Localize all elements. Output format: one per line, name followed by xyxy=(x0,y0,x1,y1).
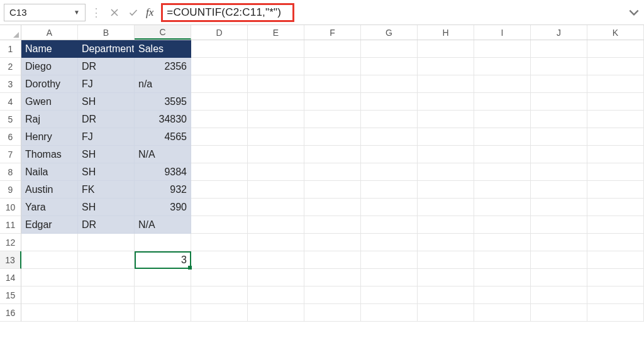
column-header-I[interactable]: I xyxy=(474,25,531,40)
row-header[interactable]: 14 xyxy=(0,269,21,286)
cell-C7[interactable]: N/A xyxy=(135,146,191,163)
cell[interactable] xyxy=(587,163,644,181)
row-header[interactable]: 3 xyxy=(0,75,21,93)
cell[interactable] xyxy=(531,286,587,304)
cell[interactable] xyxy=(248,75,304,93)
cell[interactable] xyxy=(361,181,418,199)
row-header[interactable]: 16 xyxy=(0,304,21,322)
column-header-C[interactable]: C xyxy=(135,25,191,40)
cell[interactable] xyxy=(191,111,248,128)
cell[interactable] xyxy=(304,163,361,181)
cell[interactable] xyxy=(191,304,248,322)
column-header-A[interactable]: A xyxy=(21,25,78,40)
cell[interactable] xyxy=(21,234,78,251)
cell[interactable] xyxy=(587,304,644,322)
cell-C3[interactable]: n/a xyxy=(135,75,191,93)
cell[interactable] xyxy=(531,146,587,163)
cell[interactable] xyxy=(78,286,135,304)
cell[interactable] xyxy=(531,304,587,322)
cell[interactable] xyxy=(531,40,587,58)
cell[interactable] xyxy=(361,40,418,58)
cell[interactable] xyxy=(135,286,191,304)
cell[interactable] xyxy=(474,163,531,181)
cell[interactable] xyxy=(531,234,587,251)
cell[interactable] xyxy=(248,286,304,304)
cell[interactable] xyxy=(418,146,474,163)
cancel-formula-button[interactable] xyxy=(107,5,122,20)
cell-B11[interactable]: DR xyxy=(78,216,135,234)
cell-C8[interactable]: 9384 xyxy=(135,163,191,181)
cell[interactable] xyxy=(474,304,531,322)
cell[interactable] xyxy=(474,199,531,216)
name-box[interactable]: C13 ▼ xyxy=(4,4,86,21)
cell[interactable] xyxy=(587,199,644,216)
cell[interactable] xyxy=(587,216,644,234)
column-header-J[interactable]: J xyxy=(531,25,587,40)
row-header[interactable]: 7 xyxy=(0,146,21,163)
cell[interactable] xyxy=(361,286,418,304)
cell[interactable] xyxy=(304,251,361,269)
cell[interactable] xyxy=(78,251,135,269)
cell[interactable] xyxy=(418,128,474,146)
cell[interactable] xyxy=(474,286,531,304)
cell[interactable] xyxy=(474,93,531,111)
cell[interactable] xyxy=(474,111,531,128)
cell[interactable] xyxy=(474,216,531,234)
cell[interactable] xyxy=(248,216,304,234)
cell[interactable] xyxy=(304,216,361,234)
cell[interactable] xyxy=(248,163,304,181)
cell[interactable] xyxy=(418,286,474,304)
enter-formula-button[interactable] xyxy=(126,5,141,20)
cell-C10[interactable]: 390 xyxy=(135,199,191,216)
cell[interactable] xyxy=(248,199,304,216)
row-header[interactable]: 4 xyxy=(0,93,21,111)
cell[interactable] xyxy=(248,111,304,128)
cell[interactable] xyxy=(191,199,248,216)
row-header[interactable]: 1 xyxy=(0,40,21,58)
cell[interactable] xyxy=(587,269,644,286)
cell-B6[interactable]: FJ xyxy=(78,128,135,146)
column-header-K[interactable]: K xyxy=(587,25,644,40)
cell-C4[interactable]: 3595 xyxy=(135,93,191,111)
cell[interactable] xyxy=(531,58,587,75)
cell[interactable] xyxy=(21,286,78,304)
cell[interactable] xyxy=(418,75,474,93)
select-all-corner[interactable] xyxy=(0,25,21,40)
column-header-D[interactable]: D xyxy=(191,25,248,40)
cell-A10[interactable]: Yara xyxy=(21,199,78,216)
cell[interactable] xyxy=(361,75,418,93)
cell[interactable] xyxy=(474,128,531,146)
cell[interactable] xyxy=(587,58,644,75)
cell-B3[interactable]: FJ xyxy=(78,75,135,93)
cell[interactable] xyxy=(418,58,474,75)
cell[interactable] xyxy=(191,146,248,163)
cell[interactable] xyxy=(474,251,531,269)
cell[interactable] xyxy=(531,251,587,269)
column-header-G[interactable]: G xyxy=(361,25,418,40)
cell[interactable] xyxy=(361,163,418,181)
cell[interactable] xyxy=(248,146,304,163)
cell[interactable] xyxy=(531,128,587,146)
cell[interactable] xyxy=(587,286,644,304)
row-header[interactable]: 11 xyxy=(0,216,21,234)
cell[interactable] xyxy=(304,111,361,128)
cell[interactable] xyxy=(587,40,644,58)
cell-C11[interactable]: N/A xyxy=(135,216,191,234)
cell-A5[interactable]: Raj xyxy=(21,111,78,128)
cell[interactable] xyxy=(474,40,531,58)
cell[interactable] xyxy=(304,234,361,251)
cell[interactable] xyxy=(304,181,361,199)
cell[interactable] xyxy=(418,234,474,251)
expand-formula-bar-button[interactable] xyxy=(628,5,640,20)
cell[interactable] xyxy=(531,93,587,111)
cell[interactable] xyxy=(304,286,361,304)
row-header[interactable]: 5 xyxy=(0,111,21,128)
cell[interactable] xyxy=(361,58,418,75)
cell[interactable] xyxy=(191,286,248,304)
cell[interactable] xyxy=(418,216,474,234)
cell[interactable] xyxy=(248,181,304,199)
cell[interactable] xyxy=(304,40,361,58)
cell[interactable] xyxy=(191,251,248,269)
cell[interactable] xyxy=(531,199,587,216)
cell[interactable] xyxy=(78,304,135,322)
